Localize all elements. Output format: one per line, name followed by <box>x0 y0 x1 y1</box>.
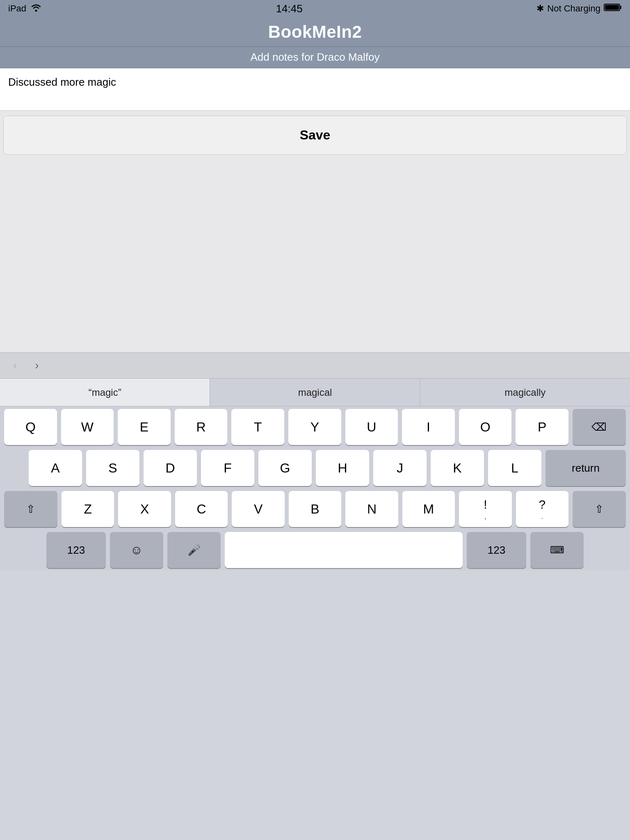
battery-text: Not Charging <box>547 3 600 14</box>
status-right: ✱ Not Charging <box>536 3 622 14</box>
keyboard-toolbar: ‹ › <box>0 352 630 379</box>
key-s[interactable]: S <box>86 450 139 486</box>
status-bar: iPad 14:45 ✱ Not Charging <box>0 0 630 17</box>
keyboard-row-4: 123 ☺ 🎤 123 ⌨ <box>0 530 630 571</box>
key-e[interactable]: E <box>118 409 171 445</box>
shift-key-left[interactable]: ⇧ <box>4 491 57 527</box>
save-button-container[interactable]: Save <box>3 116 627 155</box>
key-v[interactable]: V <box>232 491 284 527</box>
shift-key-right[interactable]: ⇧ <box>573 491 626 527</box>
save-button[interactable]: Save <box>4 116 626 154</box>
key-x[interactable]: X <box>118 491 171 527</box>
time-display: 14:45 <box>276 2 303 15</box>
subtitle-bar: Add notes for Draco Malfoy <box>0 47 630 68</box>
keyboard: Q W E R T Y U I O P ⌫ A S D F G H J K L … <box>0 406 630 571</box>
wifi-icon <box>30 3 42 14</box>
notes-input[interactable]: Discussed more magic <box>8 76 622 101</box>
key-i[interactable]: I <box>402 409 455 445</box>
keyboard-row-1: Q W E R T Y U I O P ⌫ <box>0 406 630 447</box>
key-u[interactable]: U <box>345 409 398 445</box>
space-key[interactable] <box>225 532 463 568</box>
key-t[interactable]: T <box>231 409 284 445</box>
key-n[interactable]: N <box>345 491 398 527</box>
keyboard-row-3: ⇧ Z X C V B N M ! , ? . ⇧ <box>0 488 630 530</box>
key-b[interactable]: B <box>289 491 341 527</box>
key-y[interactable]: Y <box>288 409 341 445</box>
notes-input-container[interactable]: Discussed more magic <box>0 68 630 111</box>
keyboard-hide-key[interactable]: ⌨ <box>530 532 584 568</box>
autocomplete-item-2[interactable]: magically <box>420 379 630 406</box>
key-j[interactable]: J <box>373 450 427 486</box>
key-w[interactable]: W <box>61 409 114 445</box>
key-o[interactable]: O <box>459 409 512 445</box>
key-l[interactable]: L <box>488 450 541 486</box>
bluetooth-icon: ✱ <box>536 3 544 14</box>
key-question[interactable]: ? . <box>516 491 568 527</box>
autocomplete-item-1[interactable]: magical <box>210 379 420 406</box>
num-key-right[interactable]: 123 <box>467 532 526 568</box>
key-h[interactable]: H <box>316 450 369 486</box>
battery-icon <box>604 3 622 14</box>
mic-key[interactable]: 🎤 <box>167 532 221 568</box>
key-a[interactable]: A <box>29 450 82 486</box>
key-m[interactable]: M <box>402 491 455 527</box>
key-q[interactable]: Q <box>4 409 57 445</box>
device-label: iPad <box>8 3 26 14</box>
forward-arrow-button[interactable]: › <box>30 356 43 375</box>
key-d[interactable]: D <box>144 450 197 486</box>
key-g[interactable]: G <box>258 450 312 486</box>
app-title: BookMeIn2 <box>268 22 362 42</box>
nav-bar: BookMeIn2 <box>0 17 630 47</box>
svg-rect-3 <box>605 5 619 10</box>
back-arrow-button[interactable]: ‹ <box>8 356 22 375</box>
key-k[interactable]: K <box>431 450 484 486</box>
key-f[interactable]: F <box>201 450 254 486</box>
num-key-left[interactable]: 123 <box>46 532 106 568</box>
key-p[interactable]: P <box>516 409 568 445</box>
emoji-key[interactable]: ☺ <box>110 532 163 568</box>
key-r[interactable]: R <box>175 409 228 445</box>
keyboard-row-2: A S D F G H J K L return <box>0 447 630 488</box>
autocomplete-bar: “magic” magical magically <box>0 379 630 406</box>
key-exclaim[interactable]: ! , <box>459 491 511 527</box>
status-left: iPad <box>8 3 42 14</box>
main-content: Discussed more magic Save <box>0 68 630 352</box>
subtitle-text: Add notes for Draco Malfoy <box>250 51 379 64</box>
empty-area <box>0 160 630 352</box>
autocomplete-item-0[interactable]: “magic” <box>0 379 210 406</box>
key-z[interactable]: Z <box>62 491 114 527</box>
return-key[interactable]: return <box>546 450 626 486</box>
key-c[interactable]: C <box>175 491 228 527</box>
delete-key[interactable]: ⌫ <box>573 409 626 445</box>
svg-rect-2 <box>620 6 621 9</box>
svg-point-0 <box>35 10 37 12</box>
